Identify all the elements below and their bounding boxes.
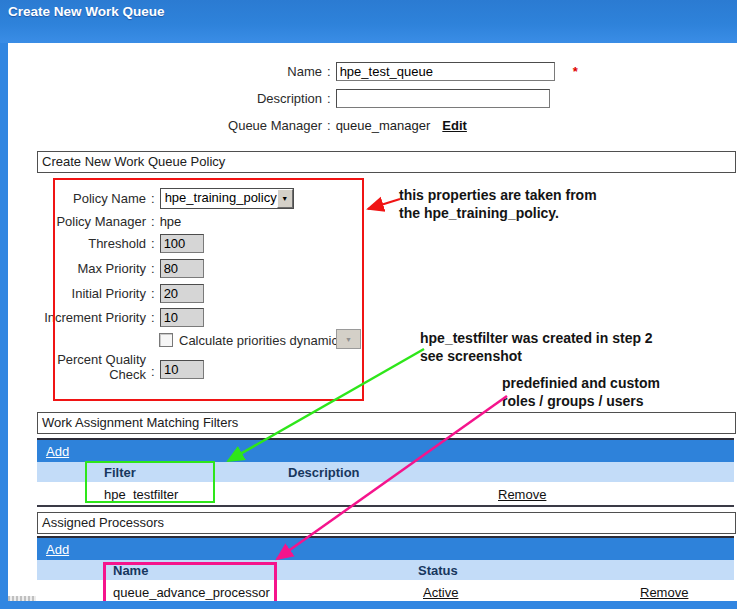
edit-queue-manager-link[interactable]: Edit: [442, 118, 467, 133]
processors-section-header: Assigned Processors: [37, 512, 736, 534]
policy-highlight-box: [53, 178, 364, 401]
filter-highlight-box: [85, 461, 215, 503]
processor-annotation-line2: roles / groups / users: [502, 393, 644, 409]
name-colon: :: [327, 64, 331, 79]
queue-manager-row: Queue Manager : queue_manager Edit: [10, 115, 467, 135]
name-field-row: Name : *: [10, 61, 578, 81]
queue-manager-value: queue_manager: [336, 118, 431, 133]
filters-add-bar: Add: [37, 438, 734, 462]
description-field-row: Description :: [10, 88, 550, 108]
red-arrow: [368, 199, 400, 209]
status-column-header: Status: [418, 563, 458, 578]
description-input[interactable]: [336, 89, 550, 108]
filters-section-title: Work Assignment Matching Filters: [42, 415, 238, 430]
filter-annotation: hpe_testfilter was created in step 2 see…: [420, 329, 653, 365]
processors-section-title: Assigned Processors: [42, 515, 164, 530]
create-work-queue-page: Create New Work Queue Name : * Descripti…: [0, 0, 737, 609]
description-colon: :: [327, 91, 331, 106]
filter-remove-link[interactable]: Remove: [498, 487, 546, 502]
queue-manager-label: Queue Manager: [10, 118, 322, 133]
policy-annotation-line1: this properties are taken from: [399, 187, 597, 203]
scrollbar-fragment: [8, 596, 36, 601]
name-input[interactable]: [336, 62, 555, 81]
bottom-border-strip: [0, 601, 737, 609]
description-label: Description: [10, 91, 322, 106]
processors-add-link[interactable]: Add: [46, 542, 69, 557]
processor-annotation-line1: predefinied and custom: [502, 375, 660, 391]
filter-annotation-line1: hpe_testfilter was created in step 2: [420, 330, 653, 346]
policy-section-header: Create New Work Queue Policy: [37, 151, 736, 173]
title-bar: Create New Work Queue: [0, 0, 737, 43]
filters-section-header: Work Assignment Matching Filters: [37, 412, 736, 434]
policy-section-title: Create New Work Queue Policy: [42, 154, 225, 169]
processor-remove-link[interactable]: Remove: [640, 585, 688, 600]
required-asterisk: *: [573, 64, 578, 79]
name-label: Name: [10, 64, 322, 79]
processors-add-bar: Add: [37, 536, 734, 560]
page-title: Create New Work Queue: [8, 4, 165, 19]
processor-annotation: predefinied and custom roles / groups / …: [502, 374, 660, 410]
description-column-header: Description: [288, 465, 360, 480]
filters-add-link[interactable]: Add: [46, 444, 69, 459]
left-border-strip: [0, 43, 8, 609]
processor-status-link[interactable]: Active: [423, 585, 458, 600]
policy-annotation-line2: the hpe_training_policy.: [399, 205, 559, 221]
policy-annotation: this properties are taken from the hpe_t…: [399, 186, 597, 222]
queue-manager-colon: :: [327, 118, 331, 133]
filter-annotation-line2: see screenshot: [420, 348, 522, 364]
